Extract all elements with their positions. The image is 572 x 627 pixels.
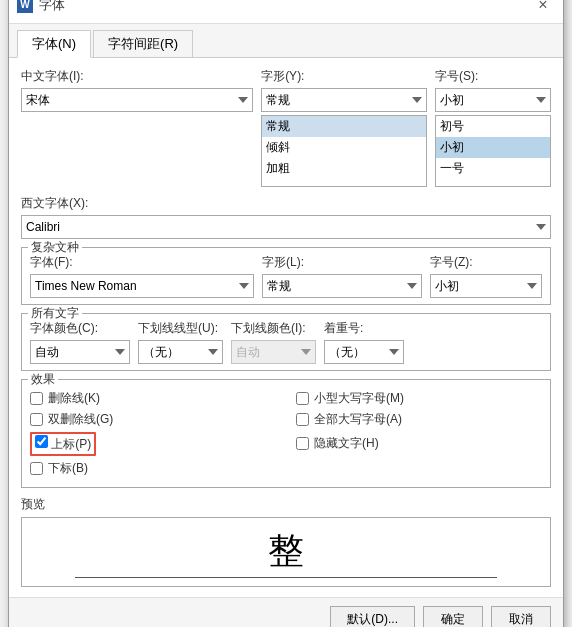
complex-style-label: 字形(L): <box>262 254 422 271</box>
strikethrough-label: 删除线(K) <box>48 390 100 407</box>
complex-style-select[interactable]: 常规 <box>262 274 422 298</box>
size-item-xiaochi[interactable]: 小初 <box>436 137 550 158</box>
underline-type-select[interactable]: （无） <box>138 340 223 364</box>
emphasis-col: 着重号: （无） <box>324 320 404 364</box>
underline-color-col: 下划线颜色(I): 自动 <box>231 320 316 364</box>
effect-double-strikethrough: 双删除线(G) <box>30 411 276 428</box>
complex-size-label: 字号(Z): <box>430 254 542 271</box>
effect-strikethrough: 删除线(K) <box>30 390 276 407</box>
font-dialog: W 字体 × 字体(N) 字符间距(R) 中文字体(I): 宋体 字形(Y): … <box>8 0 564 627</box>
font-color-col: 字体颜色(C): 自动 <box>30 320 130 364</box>
style-select[interactable]: 常规 <box>261 88 427 112</box>
western-font-label: 西文字体(X): <box>21 195 551 212</box>
size-item-chuhao[interactable]: 初号 <box>436 116 550 137</box>
size-col: 字号(S): 小初 初号 小初 一号 <box>435 68 551 187</box>
emphasis-select[interactable]: （无） <box>324 340 404 364</box>
effects-group-title: 效果 <box>28 371 58 388</box>
preview-section: 预览 整 <box>21 496 551 587</box>
underline-color-select[interactable]: 自动 <box>231 340 316 364</box>
effects-group: 效果 删除线(K) 小型大写字母(M) 双删除线(G) <box>21 379 551 488</box>
button-bar: 默认(D)... 确定 取消 <box>9 597 563 628</box>
complex-font-group: 复杂文种 字体(F): Times New Roman 字形(L): 常规 字号… <box>21 247 551 305</box>
tab-bar: 字体(N) 字符间距(R) <box>9 24 563 58</box>
all-caps-label: 全部大写字母(A) <box>314 411 402 428</box>
ok-button[interactable]: 确定 <box>423 606 483 628</box>
effect-hidden: 隐藏文字(H) <box>296 432 542 456</box>
chinese-font-col: 中文字体(I): 宋体 <box>21 68 253 112</box>
chinese-font-select[interactable]: 宋体 <box>21 88 253 112</box>
western-font-row: 西文字体(X): Calibri <box>21 195 551 239</box>
complex-font-row: 字体(F): Times New Roman 字形(L): 常规 字号(Z): … <box>30 254 542 298</box>
small-caps-label: 小型大写字母(M) <box>314 390 404 407</box>
superscript-label: 上标(P) <box>51 437 91 451</box>
superscript-checkbox[interactable] <box>35 435 48 448</box>
preview-char: 整 <box>268 527 304 576</box>
small-caps-checkbox[interactable] <box>296 392 309 405</box>
dialog-title: 字体 <box>39 0 65 14</box>
preview-label: 预览 <box>21 497 45 511</box>
tab-font[interactable]: 字体(N) <box>17 30 91 58</box>
complex-size-col: 字号(Z): 小初 <box>430 254 542 298</box>
size-list[interactable]: 初号 小初 一号 <box>435 115 551 187</box>
all-text-group-title: 所有文字 <box>28 305 82 322</box>
tab-spacing[interactable]: 字符间距(R) <box>93 30 193 57</box>
preview-box: 整 <box>21 517 551 587</box>
font-color-label: 字体颜色(C): <box>30 320 130 337</box>
default-button[interactable]: 默认(D)... <box>330 606 415 628</box>
font-color-select[interactable]: 自动 <box>30 340 130 364</box>
content-area: 中文字体(I): 宋体 字形(Y): 常规 常规 倾斜 加粗 字号(S): <box>9 58 563 597</box>
title-bar-left: W 字体 <box>17 0 65 14</box>
strikethrough-checkbox[interactable] <box>30 392 43 405</box>
style-list[interactable]: 常规 倾斜 加粗 <box>261 115 427 187</box>
complex-size-select[interactable]: 小初 <box>430 274 542 298</box>
complex-font-select[interactable]: Times New Roman <box>30 274 254 298</box>
effect-superscript: 上标(P) <box>30 432 276 456</box>
subscript-label: 下标(B) <box>48 460 88 477</box>
style-col: 字形(Y): 常规 常规 倾斜 加粗 <box>261 68 427 187</box>
subscript-checkbox[interactable] <box>30 462 43 475</box>
size-item-yihao[interactable]: 一号 <box>436 158 550 179</box>
title-bar: W 字体 × <box>9 0 563 24</box>
superscript-highlight: 上标(P) <box>30 432 96 456</box>
hidden-label: 隐藏文字(H) <box>314 435 379 452</box>
style-item-regular[interactable]: 常规 <box>262 116 426 137</box>
all-text-group: 所有文字 字体颜色(C): 自动 下划线线型(U): （无） 下划线颜色(I): <box>21 313 551 371</box>
style-item-bold[interactable]: 加粗 <box>262 158 426 179</box>
all-text-row: 字体颜色(C): 自动 下划线线型(U): （无） 下划线颜色(I): 自动 <box>30 320 542 364</box>
size-label: 字号(S): <box>435 68 551 85</box>
western-font-select[interactable]: Calibri <box>21 215 551 239</box>
complex-font-col: 字体(F): Times New Roman <box>30 254 254 298</box>
app-icon: W <box>17 0 33 13</box>
complex-style-col: 字形(L): 常规 <box>262 254 422 298</box>
complex-font-group-title: 复杂文种 <box>28 239 82 256</box>
effect-subscript: 下标(B) <box>30 460 276 477</box>
cancel-button[interactable]: 取消 <box>491 606 551 628</box>
effects-placeholder <box>296 460 542 477</box>
effect-small-caps: 小型大写字母(M) <box>296 390 542 407</box>
double-strikethrough-label: 双删除线(G) <box>48 411 113 428</box>
effect-all-caps: 全部大写字母(A) <box>296 411 542 428</box>
emphasis-label: 着重号: <box>324 320 404 337</box>
underline-color-label: 下划线颜色(I): <box>231 320 316 337</box>
style-item-italic[interactable]: 倾斜 <box>262 137 426 158</box>
preview-baseline <box>75 577 497 578</box>
western-font-col: 西文字体(X): Calibri <box>21 195 551 239</box>
complex-font-label: 字体(F): <box>30 254 254 271</box>
underline-type-label: 下划线线型(U): <box>138 320 223 337</box>
main-font-row: 中文字体(I): 宋体 字形(Y): 常规 常规 倾斜 加粗 字号(S): <box>21 68 551 187</box>
close-button[interactable]: × <box>531 0 555 17</box>
chinese-font-label: 中文字体(I): <box>21 68 253 85</box>
double-strikethrough-checkbox[interactable] <box>30 413 43 426</box>
underline-type-col: 下划线线型(U): （无） <box>138 320 223 364</box>
hidden-checkbox[interactable] <box>296 437 309 450</box>
effects-grid: 删除线(K) 小型大写字母(M) 双删除线(G) 全部大写字母(A) <box>30 386 542 481</box>
style-label: 字形(Y): <box>261 68 427 85</box>
size-select[interactable]: 小初 <box>435 88 551 112</box>
all-caps-checkbox[interactable] <box>296 413 309 426</box>
